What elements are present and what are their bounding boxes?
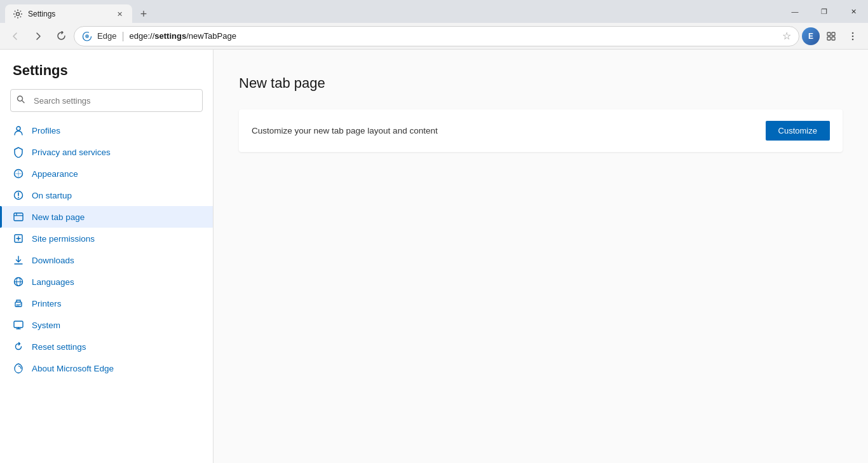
sidebar-item-printers[interactable]: Printers [0, 293, 213, 314]
collections-button[interactable] [821, 26, 841, 46]
edge-label: Edge [97, 31, 116, 41]
startup-label: On startup [32, 191, 72, 200]
privacy-icon [13, 146, 24, 158]
appearance-icon [13, 168, 24, 179]
sidebar-item-newtabpage[interactable]: New tab page [0, 206, 213, 228]
sidebar-item-about[interactable]: About Microsoft Edge [0, 357, 213, 379]
edge-logo-icon [82, 31, 92, 41]
resetsettings-label: Reset settings [32, 342, 86, 352]
profiles-icon [13, 125, 24, 136]
startup-icon [13, 190, 24, 201]
svg-rect-13 [14, 213, 23, 221]
svg-point-9 [17, 127, 20, 130]
tab-title: Settings [28, 10, 109, 18]
settings-tab[interactable]: Settings ✕ [5, 4, 132, 24]
search-settings-container [10, 89, 203, 112]
more-button[interactable] [843, 26, 863, 46]
svg-point-18 [20, 303, 22, 305]
sidebar-title: Settings [0, 62, 213, 89]
svg-rect-4 [832, 37, 835, 40]
card-description: Customize your new tab page layout and c… [252, 126, 438, 135]
content-title: New tab page [239, 75, 843, 92]
sidebar-item-downloads[interactable]: Downloads [0, 249, 213, 271]
forward-button[interactable] [28, 26, 48, 46]
content-area: New tab page Customize your new tab page… [214, 50, 868, 463]
printers-icon [13, 298, 24, 309]
url-separator: | [121, 31, 124, 42]
sidebar-item-resetsettings[interactable]: Reset settings [0, 336, 213, 357]
svg-point-0 [17, 13, 20, 16]
system-icon [13, 319, 24, 331]
address-actions: E [802, 26, 863, 46]
back-button[interactable] [5, 26, 25, 46]
close-button[interactable]: ✕ [839, 0, 868, 23]
newtabpage-icon [13, 211, 24, 223]
tab-area: Settings ✕ + [0, 0, 153, 23]
downloads-icon [13, 254, 24, 266]
sidebar-item-sitepermissions[interactable]: Site permissions [0, 228, 213, 249]
languages-icon [13, 276, 24, 287]
url-bar[interactable]: Edge | edge://settings/newTabPage ☆ [74, 26, 799, 46]
main-layout: Settings Profiles Privacy and services A… [0, 50, 868, 463]
search-icon [17, 95, 25, 106]
svg-rect-19 [14, 321, 23, 328]
svg-rect-1 [827, 32, 831, 36]
about-label: About Microsoft Edge [32, 364, 114, 373]
restore-button[interactable]: ❐ [810, 0, 839, 23]
window-controls: — ❐ ✕ [780, 0, 868, 23]
settings-tab-icon [13, 9, 23, 19]
sitepermissions-label: Site permissions [32, 234, 95, 244]
newtabpage-label: New tab page [32, 212, 85, 222]
search-settings-input[interactable] [10, 89, 203, 112]
url-display: edge://settings/newTabPage [130, 31, 236, 41]
customize-card: Customize your new tab page layout and c… [239, 109, 843, 152]
printers-label: Printers [32, 299, 62, 308]
sidebar-item-appearance[interactable]: Appearance [0, 163, 213, 184]
customize-button[interactable]: Customize [766, 121, 830, 141]
svg-point-5 [852, 32, 854, 34]
appearance-label: Appearance [32, 169, 78, 179]
sidebar-item-languages[interactable]: Languages [0, 271, 213, 293]
svg-point-6 [852, 35, 854, 37]
sidebar-item-system[interactable]: System [0, 314, 213, 336]
svg-point-8 [18, 96, 23, 101]
title-bar: Settings ✕ + — ❐ ✕ [0, 0, 868, 23]
sidebar-item-privacy[interactable]: Privacy and services [0, 141, 213, 163]
tab-close-button[interactable]: ✕ [114, 9, 125, 19]
svg-point-7 [852, 38, 854, 40]
sitepermissions-icon [13, 233, 24, 244]
profile-avatar[interactable]: E [802, 27, 820, 45]
system-label: System [32, 321, 60, 330]
profiles-label: Profiles [32, 126, 60, 135]
sidebar: Settings Profiles Privacy and services A… [0, 50, 214, 463]
svg-rect-2 [832, 32, 835, 36]
address-bar: Edge | edge://settings/newTabPage ☆ E [0, 23, 868, 50]
privacy-label: Privacy and services [32, 148, 111, 157]
sidebar-item-profiles[interactable]: Profiles [0, 120, 213, 141]
new-tab-button[interactable]: + [135, 5, 153, 23]
minimize-button[interactable]: — [780, 0, 810, 23]
reload-button[interactable] [51, 26, 71, 46]
svg-point-12 [18, 197, 19, 198]
about-icon [13, 363, 24, 374]
favorites-icon[interactable]: ☆ [782, 30, 791, 42]
languages-label: Languages [32, 277, 74, 287]
resetsettings-icon [13, 341, 24, 352]
downloads-label: Downloads [32, 256, 74, 265]
svg-rect-3 [827, 37, 831, 40]
sidebar-item-startup[interactable]: On startup [0, 184, 213, 206]
